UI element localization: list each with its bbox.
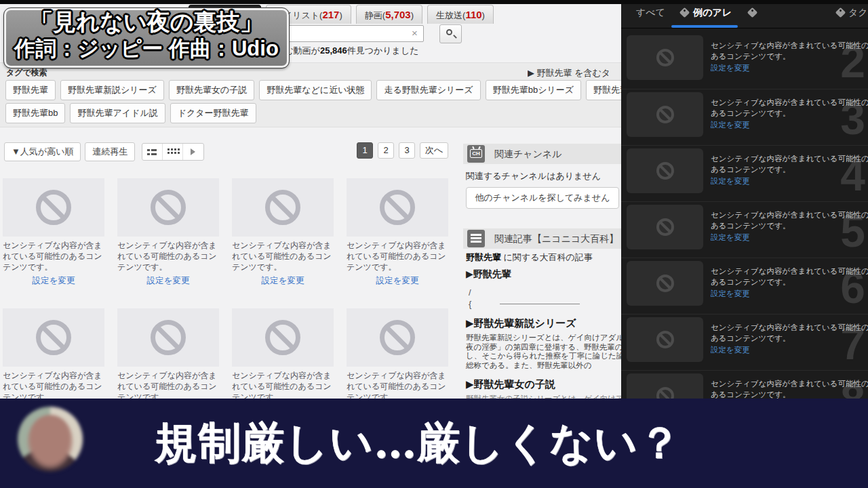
tab-reino-are[interactable]: 例のアレ [693, 7, 732, 19]
search-button[interactable] [439, 24, 462, 43]
grid-view-button[interactable] [163, 144, 183, 160]
blocked-thumbnail[interactable] [627, 261, 703, 306]
change-settings-link[interactable]: 設定を変更 [117, 275, 219, 287]
article-body-line: 野獣先輩新説シリーズとは、ゲイ向けアダルトビ [466, 333, 621, 343]
find-channel-button[interactable]: 他のチャンネルを探してみません [466, 187, 619, 209]
tab-all[interactable]: すべて [636, 7, 665, 19]
tag-button[interactable]: 野獣先輩新説シリーズ [60, 80, 164, 100]
category-tab[interactable]: 静画(5,703) [356, 5, 422, 24]
blocked-thumbnail[interactable] [627, 92, 703, 137]
tag-button[interactable]: ドクター野獣先輩 [170, 103, 256, 123]
tab-count: 5,703 [385, 9, 411, 20]
change-settings-link[interactable]: 設定を変更 [711, 63, 750, 73]
blocked-thumbnail[interactable] [347, 178, 448, 237]
article-body-line: 夜の淫夢」の第四章に登場する、野獣先輩の正体 [466, 343, 621, 352]
result-toolbar: ▼人気が高い順 連続再生 [4, 142, 204, 161]
tag-button[interactable]: 野獣先輩女の子説 [169, 80, 254, 100]
video-card-blocked: センシティブな内容が含まれている可能性のあるコンテンツです。設定を変更 [347, 178, 448, 287]
ranking-item: 7センシティブな内容が含まれている可能性のあるコンテンツです。設定を変更 [621, 314, 868, 368]
expand-button[interactable] [183, 144, 203, 160]
blocked-thumbnail[interactable] [347, 308, 448, 367]
tab-right-clipped[interactable]: タク [848, 7, 868, 19]
page-button[interactable]: 2 [378, 142, 394, 159]
article-link-yajuu[interactable]: ▶野獣先輩 [466, 268, 511, 281]
page-button[interactable]: 1 [357, 142, 373, 159]
ranking-item: 2センシティブな内容が含まれている可能性のあるコンテンツです。設定を変更 [621, 33, 868, 87]
blocked-thumbnail[interactable] [232, 178, 334, 237]
change-settings-link[interactable]: 設定を変更 [711, 120, 750, 130]
video-title-caption: 「見れない夜の裏技」 作詞：ジッピー 作曲：Udio [4, 8, 289, 68]
sensitive-message: センシティブな内容が含まれている可能性のあるコンテンツです。 [711, 40, 868, 62]
tab-label-suffix: ) [411, 10, 414, 20]
blocked-thumbnail[interactable] [3, 308, 104, 367]
blocked-icon [265, 320, 300, 355]
ascii-art-underline [500, 304, 580, 304]
change-settings-link[interactable]: 設定を変更 [711, 176, 750, 186]
blocked-thumbnail[interactable] [627, 205, 703, 249]
blocked-icon [656, 49, 674, 66]
change-settings-link[interactable]: 設定を変更 [711, 232, 750, 243]
article-body-onnanoko: 野獣先輩女の子説シリーズとは、ゲイ向けアダルトビ [466, 394, 621, 399]
blocked-icon [265, 190, 300, 225]
page-button[interactable]: 3 [399, 142, 415, 159]
change-settings-link[interactable]: 設定を変更 [232, 275, 334, 287]
grid-view-icon [167, 148, 170, 150]
blocked-thumbnail[interactable] [627, 148, 703, 193]
sensitive-message: センシティブな内容が含まれている可能性のあるコンテンツです。 [711, 378, 868, 399]
channel-icon: CH [467, 145, 485, 163]
article-lead: 野獣先輩 に関する大百科の記事 [466, 251, 593, 264]
tag-button[interactable]: 野獣先輩bb [5, 103, 65, 123]
blocked-icon [380, 190, 415, 225]
tag-button[interactable]: 野獣先輩アイドル説 [70, 103, 165, 123]
article-link-onnanoko[interactable]: ▶野獣先輩女の子説 [466, 378, 555, 391]
blocked-thumbnail[interactable] [627, 317, 703, 362]
tab-label-suffix: ) [482, 10, 485, 20]
blocked-thumbnail[interactable] [232, 308, 334, 367]
clear-search-icon[interactable]: × [409, 28, 420, 39]
channel-avatar [16, 404, 84, 477]
sensitive-message: センシティブな内容が含まれている可能性のあるコンテンツです。 [711, 97, 868, 119]
sensitive-message: センシティブな内容が含まれている可能性のあるコンテンツです。 [117, 370, 219, 399]
caption-line-2: 作詞：ジッピー 作曲：Udio [14, 35, 279, 63]
blocked-icon [656, 387, 674, 399]
blocked-icon [151, 320, 186, 355]
list-view-button[interactable] [142, 144, 163, 160]
blocked-thumbnail[interactable] [627, 35, 703, 80]
tag-button[interactable]: 野獣先輩 [5, 80, 56, 100]
article-icon-lines [471, 234, 481, 236]
tab-label-prefix: 静画( [365, 10, 385, 20]
blocked-thumbnail[interactable] [627, 373, 703, 399]
change-settings-link[interactable]: 設定を変更 [347, 275, 448, 287]
caption-line-1: 「見れない夜の裏技」 [30, 7, 262, 38]
blocked-thumbnail[interactable] [117, 308, 219, 367]
next-page-button[interactable]: 次へ [420, 142, 448, 159]
tag-icon[interactable] [747, 7, 758, 18]
tab-label-suffix: ) [339, 10, 342, 20]
subtitle-bar: 規制厳しい…厳しくない？ [0, 399, 868, 488]
change-settings-link[interactable]: 設定を変更 [711, 345, 750, 355]
sensitive-message: センシティブな内容が含まれている可能性のあるコンテンツです。 [347, 240, 448, 272]
pagination: 123次へ [357, 142, 448, 159]
video-card-blocked: センシティブな内容が含まれている可能性のあるコンテンツです。設定を変更 [232, 178, 334, 287]
category-tab[interactable]: 生放送(110) [427, 5, 494, 24]
sensitive-message: センシティブな内容が含まれている可能性のあるコンテンツです。 [232, 240, 334, 272]
article-icon [467, 230, 485, 247]
tab-count: 217 [322, 9, 339, 20]
active-tab-underline [671, 25, 738, 28]
video-card-blocked: センシティブな内容が含まれている可能性のあるコンテンツです。設定を変更 [232, 308, 334, 399]
blocked-thumbnail[interactable] [117, 178, 219, 237]
video-card-blocked: センシティブな内容が含まれている可能性のあるコンテンツです。設定を変更 [117, 178, 219, 287]
tag-button[interactable]: 野獣先輩などに近い状態 [259, 80, 372, 100]
change-settings-link[interactable]: 設定を変更 [3, 275, 104, 287]
continuous-play-button[interactable]: 連続再生 [85, 142, 135, 161]
sensitive-message: センシティブな内容が含まれている可能性のあるコンテンツです。 [232, 370, 334, 399]
ascii-art-line2: { [469, 299, 580, 309]
view-toggle [142, 143, 204, 161]
blocked-thumbnail[interactable] [3, 178, 104, 237]
sensitive-message: センシティブな内容が含まれている可能性のあるコンテンツです。 [117, 240, 219, 272]
ranking-item: 4センシティブな内容が含まれている可能性のあるコンテンツです。設定を変更 [621, 145, 868, 199]
article-link-shinsetsu[interactable]: ▶野獣先輩新説シリーズ [466, 317, 576, 330]
sort-order-button[interactable]: ▼人気が高い順 [4, 142, 81, 161]
change-settings-link[interactable]: 設定を変更 [711, 289, 750, 299]
ranking-item: 6センシティブな内容が含まれている可能性のあるコンテンツです。設定を変更 [621, 258, 868, 312]
